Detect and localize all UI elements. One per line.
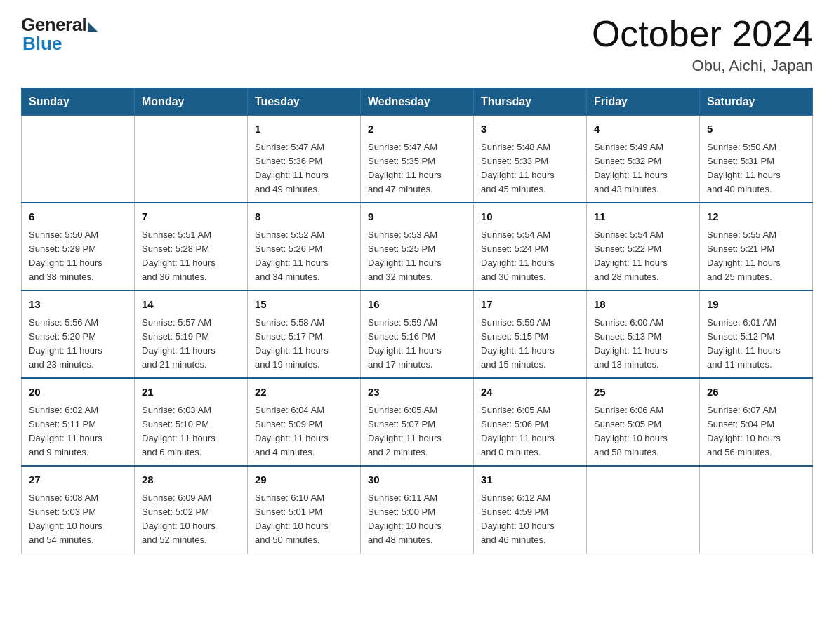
calendar-cell [587,466,700,554]
calendar-cell: 16Sunrise: 5:59 AMSunset: 5:16 PMDayligh… [361,290,474,378]
calendar-cell: 24Sunrise: 6:05 AMSunset: 5:06 PMDayligh… [474,378,587,466]
day-number: 30 [368,472,466,488]
logo-arrow-icon [88,22,98,32]
calendar-cell: 28Sunrise: 6:09 AMSunset: 5:02 PMDayligh… [135,466,248,554]
day-info: Sunrise: 5:59 AMSunset: 5:16 PMDaylight:… [368,316,466,373]
day-number: 1 [255,121,353,137]
day-info: Sunrise: 5:51 AMSunset: 5:28 PMDaylight:… [142,228,240,285]
calendar-cell [22,116,135,203]
calendar-week-row: 27Sunrise: 6:08 AMSunset: 5:03 PMDayligh… [22,466,813,554]
day-number: 4 [594,121,692,137]
calendar-body: 1Sunrise: 5:47 AMSunset: 5:36 PMDaylight… [22,116,813,554]
day-number: 13 [29,297,127,313]
day-info: Sunrise: 6:07 AMSunset: 5:04 PMDaylight:… [707,403,805,460]
calendar-table: SundayMondayTuesdayWednesdayThursdayFrid… [21,88,813,554]
calendar-cell: 27Sunrise: 6:08 AMSunset: 5:03 PMDayligh… [22,466,135,554]
day-number: 12 [707,209,805,225]
day-number: 19 [707,297,805,313]
day-info: Sunrise: 6:06 AMSunset: 5:05 PMDaylight:… [594,403,692,460]
day-number: 18 [594,297,692,313]
calendar-cell: 31Sunrise: 6:12 AMSunset: 4:59 PMDayligh… [474,466,587,554]
weekday-header-tuesday: Tuesday [248,88,361,116]
day-info: Sunrise: 6:01 AMSunset: 5:12 PMDaylight:… [707,316,805,373]
logo-blue-text: Blue [22,33,62,55]
calendar-cell: 10Sunrise: 5:54 AMSunset: 5:24 PMDayligh… [474,203,587,290]
calendar-cell: 1Sunrise: 5:47 AMSunset: 5:36 PMDaylight… [248,116,361,203]
location-text: Obu, Aichi, Japan [592,57,813,75]
day-info: Sunrise: 6:03 AMSunset: 5:10 PMDaylight:… [142,403,240,460]
day-info: Sunrise: 6:02 AMSunset: 5:11 PMDaylight:… [29,403,127,460]
day-number: 8 [255,209,353,225]
weekday-header-monday: Monday [135,88,248,116]
day-info: Sunrise: 5:47 AMSunset: 5:36 PMDaylight:… [255,140,353,197]
calendar-cell [700,466,813,554]
calendar-cell: 8Sunrise: 5:52 AMSunset: 5:26 PMDaylight… [248,203,361,290]
weekday-header-wednesday: Wednesday [361,88,474,116]
day-info: Sunrise: 5:54 AMSunset: 5:22 PMDaylight:… [594,228,692,285]
calendar-header-row: SundayMondayTuesdayWednesdayThursdayFrid… [22,88,813,116]
day-info: Sunrise: 6:09 AMSunset: 5:02 PMDaylight:… [142,491,240,548]
day-number: 17 [481,297,579,313]
calendar-cell: 11Sunrise: 5:54 AMSunset: 5:22 PMDayligh… [587,203,700,290]
calendar-cell: 12Sunrise: 5:55 AMSunset: 5:21 PMDayligh… [700,203,813,290]
day-number: 27 [29,472,127,488]
day-number: 6 [29,209,127,225]
day-number: 20 [29,384,127,401]
calendar-cell: 30Sunrise: 6:11 AMSunset: 5:00 PMDayligh… [361,466,474,554]
day-info: Sunrise: 5:48 AMSunset: 5:33 PMDaylight:… [481,140,579,197]
calendar-week-row: 6Sunrise: 5:50 AMSunset: 5:29 PMDaylight… [22,203,813,290]
day-number: 3 [481,121,579,137]
day-number: 16 [368,297,466,313]
title-section: October 2024 Obu, Aichi, Japan [592,14,813,75]
day-number: 9 [368,209,466,225]
day-info: Sunrise: 6:05 AMSunset: 5:06 PMDaylight:… [481,403,579,460]
day-number: 14 [142,297,240,313]
calendar-cell: 5Sunrise: 5:50 AMSunset: 5:31 PMDaylight… [700,116,813,203]
day-number: 21 [142,384,240,401]
day-number: 5 [707,121,805,137]
calendar-cell: 15Sunrise: 5:58 AMSunset: 5:17 PMDayligh… [248,290,361,378]
day-number: 29 [255,472,353,488]
calendar-week-row: 1Sunrise: 5:47 AMSunset: 5:36 PMDaylight… [22,116,813,203]
calendar-cell: 17Sunrise: 5:59 AMSunset: 5:15 PMDayligh… [474,290,587,378]
calendar-cell: 22Sunrise: 6:04 AMSunset: 5:09 PMDayligh… [248,378,361,466]
calendar-cell: 13Sunrise: 5:56 AMSunset: 5:20 PMDayligh… [22,290,135,378]
day-number: 22 [255,384,353,401]
calendar-cell: 20Sunrise: 6:02 AMSunset: 5:11 PMDayligh… [22,378,135,466]
calendar-cell: 9Sunrise: 5:53 AMSunset: 5:25 PMDaylight… [361,203,474,290]
day-info: Sunrise: 5:53 AMSunset: 5:25 PMDaylight:… [368,228,466,285]
calendar-cell: 3Sunrise: 5:48 AMSunset: 5:33 PMDaylight… [474,116,587,203]
day-info: Sunrise: 5:54 AMSunset: 5:24 PMDaylight:… [481,228,579,285]
day-number: 24 [481,384,579,401]
day-info: Sunrise: 5:50 AMSunset: 5:29 PMDaylight:… [29,228,127,285]
day-number: 7 [142,209,240,225]
weekday-header-friday: Friday [587,88,700,116]
calendar-cell: 7Sunrise: 5:51 AMSunset: 5:28 PMDaylight… [135,203,248,290]
calendar-cell: 29Sunrise: 6:10 AMSunset: 5:01 PMDayligh… [248,466,361,554]
calendar-cell: 26Sunrise: 6:07 AMSunset: 5:04 PMDayligh… [700,378,813,466]
page-header: General Blue October 2024 Obu, Aichi, Ja… [21,14,813,75]
calendar-week-row: 13Sunrise: 5:56 AMSunset: 5:20 PMDayligh… [22,290,813,378]
day-info: Sunrise: 6:00 AMSunset: 5:13 PMDaylight:… [594,316,692,373]
day-info: Sunrise: 6:10 AMSunset: 5:01 PMDaylight:… [255,491,353,548]
calendar-cell: 18Sunrise: 6:00 AMSunset: 5:13 PMDayligh… [587,290,700,378]
day-info: Sunrise: 6:08 AMSunset: 5:03 PMDaylight:… [29,491,127,548]
weekday-header-sunday: Sunday [22,88,135,116]
day-number: 31 [481,472,579,488]
day-number: 11 [594,209,692,225]
day-info: Sunrise: 5:52 AMSunset: 5:26 PMDaylight:… [255,228,353,285]
day-info: Sunrise: 5:58 AMSunset: 5:17 PMDaylight:… [255,316,353,373]
calendar-cell: 23Sunrise: 6:05 AMSunset: 5:07 PMDayligh… [361,378,474,466]
calendar-cell: 4Sunrise: 5:49 AMSunset: 5:32 PMDaylight… [587,116,700,203]
day-number: 28 [142,472,240,488]
day-info: Sunrise: 5:56 AMSunset: 5:20 PMDaylight:… [29,316,127,373]
day-number: 2 [368,121,466,137]
day-info: Sunrise: 6:04 AMSunset: 5:09 PMDaylight:… [255,403,353,460]
day-info: Sunrise: 5:59 AMSunset: 5:15 PMDaylight:… [481,316,579,373]
day-number: 23 [368,384,466,401]
day-number: 26 [707,384,805,401]
month-title: October 2024 [592,14,813,54]
day-number: 15 [255,297,353,313]
day-info: Sunrise: 5:49 AMSunset: 5:32 PMDaylight:… [594,140,692,197]
calendar-cell: 6Sunrise: 5:50 AMSunset: 5:29 PMDaylight… [22,203,135,290]
